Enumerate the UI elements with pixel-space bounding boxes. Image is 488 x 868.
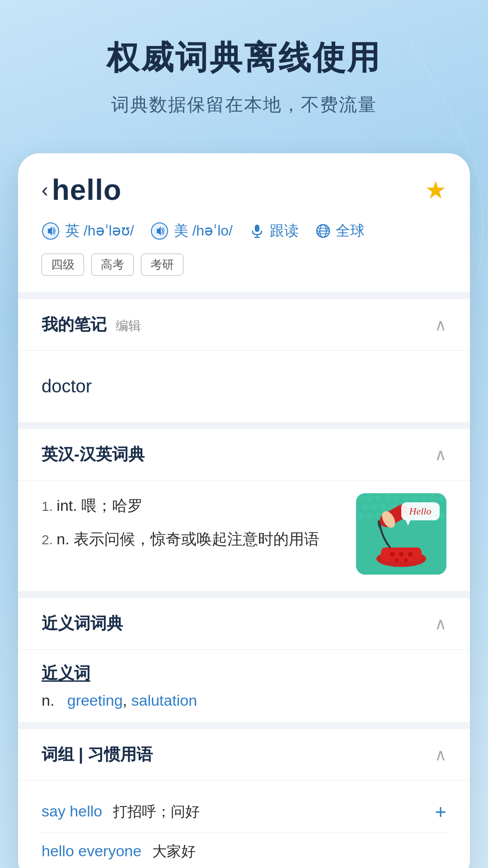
dict-item-1: 1. int. 喂；哈罗 [42,493,345,518]
tag-cet4: 四级 [42,254,84,276]
speaker-uk-icon [42,222,60,240]
notes-edit-button[interactable]: 编辑 [116,319,141,333]
dict-section-header[interactable]: 英汉-汉英词典 ∧ [18,429,470,481]
bookmark-star-icon[interactable]: ★ [425,176,446,204]
word-back[interactable]: ‹ hello [42,173,122,207]
phrase-section-header[interactable]: 词组 | 习惯用语 ∧ [18,729,470,781]
phrase-word-1[interactable]: say hello [42,802,102,820]
phrase-item-1: say hello 打招呼；问好 + [42,792,446,833]
synonym-section: 近义词词典 ∧ 近义词 n. greeting, salutation [18,598,470,722]
word-header: ‹ hello ★ 英 /həˈləʊ/ [18,153,470,292]
phrase-collapse-icon[interactable]: ∧ [435,745,446,764]
follow-read-button[interactable]: 跟读 [249,221,299,241]
notes-collapse-icon[interactable]: ∧ [435,316,446,335]
svg-point-42 [404,558,408,562]
notes-content: doctor [18,351,470,422]
synonym-content: 近义词 n. greeting, salutation [18,650,470,722]
headword: hello [52,173,122,207]
dict-collapse-icon[interactable]: ∧ [435,445,446,464]
main-title: 权威词典离线使用 [27,36,461,80]
svg-point-41 [395,558,399,562]
svg-rect-2 [255,225,259,232]
def-num-2: 2. [42,532,56,547]
us-flag-label: 美 /həˈlo/ [174,221,233,241]
synonym-word-2[interactable]: salutation [131,692,197,709]
microphone-icon [249,223,265,239]
def-num-1: 1. [42,499,56,514]
svg-text:Hello: Hello [409,505,432,517]
synonym-title: 近义词词典 [42,613,123,635]
notes-section: 我的笔记 编辑 ∧ doctor [18,299,470,422]
synonym-collapse-icon[interactable]: ∧ [435,614,446,633]
phrase-meaning-1: 打招呼；问好 [113,802,200,822]
synonym-heading: 近义词 [42,662,446,684]
phrase-section: 词组 | 习惯用语 ∧ say hello 打招呼；问好 + hello eve… [18,729,470,868]
svg-point-38 [390,552,394,557]
tag-gaokao: 高考 [91,254,134,276]
back-chevron-icon[interactable]: ‹ [42,180,48,200]
note-entry: doctor [42,365,446,407]
svg-point-40 [408,552,413,557]
phrase-meaning-2: 大家好 [152,842,196,862]
notes-title: 我的笔记 [42,315,107,334]
word-row: ‹ hello ★ [42,173,446,207]
dict-definitions: 1. int. 喂；哈罗 2. n. 表示问候，惊奇或唤起注意时的用语 [42,493,345,561]
dict-item-2: 2. n. 表示问候，惊奇或唤起注意时的用语 [42,527,345,551]
follow-read-label: 跟读 [270,221,299,241]
american-pronunciation[interactable]: 美 /həˈlo/ [150,221,233,241]
notes-section-header[interactable]: 我的笔记 编辑 ∧ [18,299,470,351]
dictionary-card: ‹ hello ★ 英 /həˈləʊ/ [18,153,470,868]
pronunciation-row: 英 /həˈləʊ/ 美 /həˈlo/ [42,221,446,241]
add-phrase-1-icon[interactable]: + [435,801,446,823]
phrase-title: 词组 | 习惯用语 [42,744,153,766]
speaker-us-icon [150,222,169,240]
synonym-section-header[interactable]: 近义词词典 ∧ [18,598,470,650]
svg-point-39 [399,552,404,557]
def-text-2: n. 表示问候，惊奇或唤起注意时的用语 [56,530,319,547]
global-label: 全球 [336,221,365,241]
exam-tags: 四级 高考 考研 [42,254,446,276]
hello-illustration: Hello [356,493,446,575]
tag-kaoyan: 考研 [141,254,183,276]
synonym-word-1[interactable]: greeting [67,692,123,709]
dict-title: 英汉-汉英词典 [42,443,145,466]
phrase-content: say hello 打招呼；问好 + hello everyone 大家好 [18,781,470,868]
def-text-1: int. 喂；哈罗 [56,497,143,514]
british-pronunciation[interactable]: 英 /həˈləʊ/ [42,221,134,241]
uk-flag-label: 英 /həˈləʊ/ [65,221,134,241]
synonym-pos: n. [42,692,54,709]
synonym-spacer [59,692,63,709]
dict-content: 1. int. 喂；哈罗 2. n. 表示问候，惊奇或唤起注意时的用语 [18,481,470,591]
dictionary-section: 英汉-汉英词典 ∧ 1. int. 喂；哈罗 2. n. 表示问候，惊奇或唤起注… [18,429,470,591]
synonym-row: n. greeting, salutation [42,692,446,709]
sub-title: 词典数据保留在本地，不费流量 [27,92,461,117]
phrase-word-2[interactable]: hello everyone [42,842,141,860]
phrase-item-1-left: say hello 打招呼；问好 [42,802,435,822]
global-button[interactable]: 全球 [315,221,365,241]
hello-image-svg: Hello [356,493,446,575]
global-icon [315,223,331,239]
top-section: 权威词典离线使用 词典数据保留在本地，不费流量 [0,0,488,144]
phrase-item-2: hello everyone 大家好 [42,833,446,868]
phrase-item-2-left: hello everyone 大家好 [42,842,446,862]
notes-section-title-row: 我的笔记 编辑 [42,314,141,336]
